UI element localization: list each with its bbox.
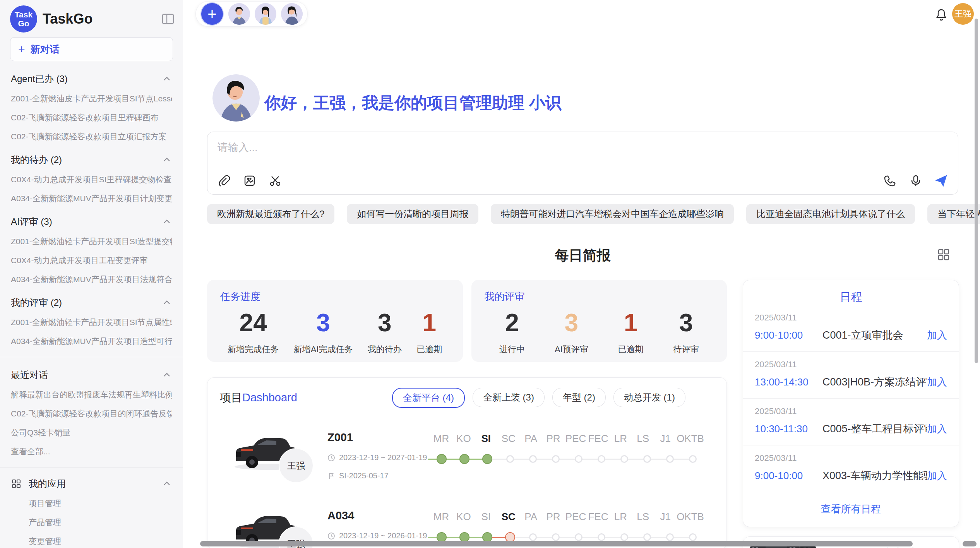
stat-label: 进行中 [499, 344, 525, 355]
app-title: TaskGo [43, 11, 156, 27]
dashboard-tabs: 全新平台 (4) 全新上装 (3) 年型 (2) 动总开发 (1) [392, 388, 685, 408]
milestone-label: MR [430, 511, 452, 523]
tab-powertrain[interactable]: 动总开发 (1) [613, 388, 685, 407]
section-recent-chats[interactable]: 最近对话 [11, 369, 172, 381]
milestone-dot [529, 533, 537, 541]
add-agent-button[interactable]: + [200, 2, 224, 26]
sidebar-collapse-icon[interactable] [161, 12, 175, 26]
suggestion-chip[interactable]: 比亚迪全固态电池计划具体说了什么 [746, 204, 915, 224]
tab-new-body[interactable]: 全新上装 (3) [473, 388, 545, 407]
event-name: X003-车辆动力学性能验... [822, 469, 927, 483]
join-link[interactable]: 加入 [927, 329, 947, 342]
list-item[interactable]: C02-飞腾新能源轻客改款项目立项汇报方案 [11, 131, 172, 142]
horizontal-scrollbar[interactable] [200, 541, 913, 546]
schedule-title: 日程 [743, 289, 959, 305]
project-next-node: SI-2025-05-17 [339, 471, 389, 480]
milestone-label: LS [632, 511, 654, 523]
milestone-dot [482, 454, 492, 464]
schedule-event: 2025/03/11 9:00-10:00 C001-立项审批会 加入 [743, 305, 959, 352]
tab-model-year[interactable]: 年型 (2) [552, 388, 606, 407]
stats-row: 任务进度 24 新增完成任务 3 新增AI完成任务 3 我的待办 [207, 280, 727, 362]
join-link[interactable]: 加入 [927, 375, 947, 389]
stat-value: 3 [564, 310, 578, 335]
plus-icon: + [18, 43, 25, 56]
section-header-label: AI评审 (3) [11, 216, 52, 228]
list-item[interactable]: A034-全新新能源MUV产品开发项目造型可行性评审 [11, 336, 172, 347]
list-item[interactable]: 解释最新出台的欧盟报废车法规再生塑料比例被调至15%... [11, 389, 172, 400]
section-agent-done[interactable]: Agent已办 (3) [11, 73, 172, 85]
project-row[interactable]: 王强 Z001 2023-12-19 ~ 2027-01-19 SI-2025-… [220, 428, 726, 486]
stat: 24 新增完成任务 [228, 310, 279, 355]
project-owner-badge: 王强 [279, 448, 314, 483]
suggestion-chip[interactable]: 如何写一份清晰的项目周报 [347, 204, 478, 224]
chevron-up-icon [162, 298, 172, 308]
layout-grid-icon[interactable] [937, 248, 951, 262]
event-time: 10:30-11:30 [755, 423, 822, 435]
attachment-icon[interactable] [218, 174, 231, 187]
notification-bell-icon[interactable] [935, 8, 948, 22]
event-date: 2025/03/11 [755, 313, 947, 323]
agent-avatar-1[interactable] [228, 3, 250, 25]
suggestion-chip[interactable]: 特朗普可能对进口汽车增税会对中国车企造成哪些影响 [491, 204, 734, 224]
project-date-range: 2023-12-19 ~ 2026-01-19 [339, 531, 427, 540]
event-name: C001-立项审批会 [822, 328, 927, 342]
stat: 3 新增AI完成任务 [294, 310, 353, 355]
list-item[interactable]: C02-飞腾新能源轻客改款项目的闭环通告反馈情况 [11, 408, 172, 419]
daily-briefing-title: 每日简报 [207, 246, 958, 265]
tab-new-platform[interactable]: 全新平台 (4) [392, 388, 465, 408]
section-my-review[interactable]: 我的评审 (2) [11, 296, 172, 309]
milestone-dot [666, 533, 674, 541]
list-item[interactable]: C02-飞腾新能源轻客改款项目里程碑画布 [11, 112, 172, 123]
horizontal-scrollbar-corner[interactable] [963, 541, 977, 546]
join-link[interactable]: 加入 [927, 469, 947, 483]
list-item[interactable]: Z001-全新燃油皮卡产品开发项目SI节点Lesson Learn报告 [11, 93, 172, 104]
vertical-scrollbar[interactable] [975, 19, 978, 363]
divider [0, 357, 183, 357]
section-my-todo[interactable]: 我的待办 (2) [11, 154, 172, 166]
list-item[interactable]: A034-全新新能源MUV产品开发项目计划变更表编写 [11, 193, 172, 204]
milestone-label: PEC [565, 511, 587, 523]
join-link[interactable]: 加入 [927, 422, 947, 436]
card-title: 我的评审 [485, 290, 714, 303]
schedule-event: 2025/03/11 10:30-11:30 C005-整车工程目标评审 加入 [743, 399, 959, 445]
list-item[interactable]: Z001-全新燃油轻卡产品开发项目SI造型提交物评审 [11, 236, 172, 247]
microphone-icon[interactable] [909, 174, 922, 187]
view-all-link[interactable]: 查看全部... [11, 446, 172, 457]
list-item[interactable]: A034-全新新能源MUV产品开发项目法规符合性评审 [11, 274, 172, 285]
suggestion-chip[interactable]: 当下年轻人对汽车外观有怎样的喜好趋势 [927, 204, 980, 224]
agent-avatar-2[interactable] [255, 3, 276, 25]
agent-avatar-3[interactable] [281, 3, 303, 25]
milestone-label: LS [632, 433, 654, 445]
milestone-dot [643, 455, 651, 463]
milestone-label: SI [475, 511, 497, 523]
new-chat-button[interactable]: + 新对话 [10, 37, 173, 61]
milestone-label: PEC [565, 433, 587, 445]
list-item[interactable]: C0X4-动力总成开发项目工程变更评审 [11, 255, 172, 266]
event-time: 9:00-10:00 [755, 329, 822, 341]
list-item[interactable]: 公司Q3轻卡销量 [11, 427, 172, 438]
sidebar-item-my-apps[interactable]: 我的应用 [11, 478, 172, 490]
scissors-icon[interactable] [269, 174, 282, 187]
suggestion-chip[interactable]: 欧洲新规最近颁布了什么? [207, 204, 334, 224]
schedule-event: 2025/03/11 9:00-10:00 X003-车辆动力学性能验... 加… [743, 445, 959, 492]
user-avatar-label: 王强 [954, 8, 971, 20]
image-icon[interactable] [243, 174, 256, 187]
project-dashboard-card: 项目Dashboard 全新平台 (4) 全新上装 (3) 年型 (2) 动总开… [207, 377, 727, 548]
assistant-avatar [212, 74, 260, 122]
event-time: 9:00-10:00 [755, 470, 822, 482]
stat: 1 已逾期 [416, 310, 442, 355]
sidebar-item-product-mgmt[interactable]: 产品管理 [29, 517, 172, 528]
user-avatar[interactable]: 王强 [952, 3, 974, 25]
chat-input-box[interactable]: 请输入... [207, 132, 958, 195]
milestone-label: MR [430, 433, 452, 445]
list-item[interactable]: Z001-全新燃油轻卡产品开发项目SI节点属性5D文件评审 [11, 317, 172, 328]
send-icon[interactable] [935, 174, 948, 187]
section-ai-review[interactable]: AI评审 (3) [11, 216, 172, 228]
list-item[interactable]: C0X4-动力总成开发项目SI里程碑提交物检查 [11, 174, 172, 185]
sidebar-item-change-mgmt[interactable]: 变更管理 [29, 536, 172, 547]
milestone-label: PA [520, 511, 542, 523]
milestone-label: SC [497, 433, 520, 445]
phone-icon[interactable] [884, 174, 897, 187]
sidebar-item-project-mgmt[interactable]: 项目管理 [29, 498, 172, 509]
view-all-schedule-link[interactable]: 查看所有日程 [743, 492, 959, 520]
